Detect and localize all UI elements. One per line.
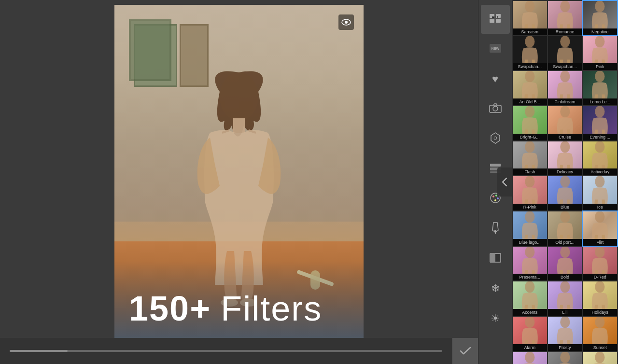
filter-item-pinkdream[interactable]: Pinkdream <box>548 71 582 105</box>
filter-label-dred: D-Red <box>583 274 617 280</box>
filter-label-oldport: Old port... <box>548 239 582 246</box>
filter-item-more2[interactable]: ... <box>548 352 582 364</box>
snowflake-icon: ❄ <box>491 283 500 294</box>
mask-svg-icon <box>490 253 501 263</box>
filter-item-sarcasm[interactable]: Sarcasm <box>513 1 547 35</box>
filter-item-evening[interactable]: Evening ... <box>583 106 617 140</box>
filter-thumb-more1 <box>513 352 547 364</box>
filter-thumb-pinkdream <box>548 71 582 98</box>
filter-item-presentation[interactable]: Presenta... <box>513 247 547 281</box>
svg-point-44 <box>525 211 534 223</box>
svg-point-5 <box>345 21 348 24</box>
filter-item-cruise[interactable]: Cruise <box>548 106 582 140</box>
nav-item-all[interactable]: ALL <box>481 5 510 34</box>
filter-item-flash[interactable]: Flash <box>513 141 547 176</box>
svg-point-49 <box>595 247 605 258</box>
filter-item-bold[interactable]: Bold <box>548 247 582 281</box>
nav-item-mask[interactable] <box>481 244 510 273</box>
filter-item-lili[interactable]: Lili <box>548 281 582 316</box>
svg-text:NEW: NEW <box>491 47 499 50</box>
svg-point-47 <box>525 247 534 258</box>
filter-thumb-holidays <box>583 281 617 309</box>
camera-icon <box>489 103 502 115</box>
nav-item-snowflake[interactable]: ❄ <box>481 274 510 303</box>
filter-label-delicacy: Delicacy <box>548 168 582 175</box>
brush-icon <box>490 222 501 236</box>
filter-item-swapchannel2[interactable]: Swapchan... <box>548 36 582 70</box>
filter-item-blue[interactable]: Blue <box>548 176 582 210</box>
filter-item-flirt[interactable]: Flirt <box>583 211 617 246</box>
filter-label-lomolens: Lomo Le... <box>583 98 617 105</box>
checkmark-icon <box>460 347 471 355</box>
filter-item-oldbeauty[interactable]: An Old B... <box>513 71 547 105</box>
filter-count: 150+ <box>129 289 211 328</box>
filter-thumb-sarcasm <box>513 1 547 28</box>
svg-rect-25 <box>490 253 495 262</box>
filter-label-blue: Blue <box>548 204 582 210</box>
filter-label-oldbeauty: An Old B... <box>513 98 547 105</box>
filter-item-brightgreen[interactable]: Bright-G... <box>513 106 547 140</box>
filter-item-dred[interactable]: D-Red <box>583 247 617 281</box>
filter-item-rpink[interactable]: R-Pink <box>513 176 547 210</box>
svg-point-42 <box>560 176 570 187</box>
collapse-panel-button[interactable] <box>497 168 512 196</box>
filter-item-frosty[interactable]: Frosty <box>548 317 582 351</box>
filter-label-swapchannel1: Swapchan... <box>513 63 547 70</box>
filter-panel: Sarcasm Romance Negative Swapchan... Swa… <box>512 0 618 364</box>
filter-thumb-flash <box>513 141 547 169</box>
nav-item-brush[interactable] <box>481 214 510 243</box>
filter-item-lomolens[interactable]: Lomo Le... <box>583 71 617 105</box>
svg-point-21 <box>495 195 497 196</box>
all-icon: ALL <box>489 14 502 25</box>
filter-item-pink[interactable]: Pink <box>583 36 617 70</box>
sun-icon: ☀ <box>491 313 500 324</box>
filter-thumb-lomolens <box>583 71 617 98</box>
bottom-toolbar <box>0 338 478 364</box>
main-area: 150+ Filters <box>0 0 478 364</box>
filter-item-romance[interactable]: Romance <box>548 1 582 35</box>
filter-thumb-flirt <box>583 211 617 239</box>
filter-label: Filters <box>221 289 322 328</box>
nav-item-crystal[interactable] <box>481 125 510 154</box>
eye-toggle-button[interactable] <box>338 14 354 30</box>
svg-rect-8 <box>490 19 494 23</box>
svg-point-39 <box>560 141 570 153</box>
filter-item-bluelago[interactable]: Blue lago... <box>513 211 547 246</box>
filter-item-sunset[interactable]: Sunset <box>583 317 617 351</box>
confirm-button[interactable] <box>452 338 478 364</box>
filter-item-accents[interactable]: Accents <box>513 281 547 316</box>
filter-label-presentation: Presenta... <box>513 274 547 280</box>
filter-label-alarm: Alarm <box>513 344 547 351</box>
nav-item-favorites[interactable]: ♥ <box>481 65 510 94</box>
filter-item-delicacy[interactable]: Delicacy <box>548 141 582 176</box>
svg-point-29 <box>525 36 534 47</box>
filter-item-alarm[interactable]: Alarm <box>513 317 547 351</box>
filter-thumb-oldbeauty <box>513 71 547 98</box>
filter-thumb-cruise <box>548 106 582 134</box>
filter-label-bold: Bold <box>548 274 582 280</box>
filter-item-more1[interactable]: ... <box>513 352 547 364</box>
chevron-left-icon <box>502 177 507 187</box>
filter-item-holidays[interactable]: Holidays <box>583 281 617 316</box>
filter-item-negative[interactable]: Negative <box>583 1 617 35</box>
svg-rect-1 <box>233 118 245 133</box>
filter-thumb-accents <box>513 281 547 309</box>
svg-point-43 <box>595 176 605 187</box>
svg-point-40 <box>595 141 605 153</box>
filter-item-ice[interactable]: Ice <box>583 176 617 210</box>
svg-point-36 <box>560 106 570 117</box>
intensity-slider[interactable] <box>10 350 442 352</box>
filter-item-activeday[interactable]: Activeday <box>583 141 617 176</box>
nav-item-new[interactable]: NEW <box>481 35 510 64</box>
filter-item-oldport[interactable]: Old port... <box>548 211 582 246</box>
filter-item-more3[interactable]: ... <box>583 352 617 364</box>
svg-point-46 <box>595 211 605 223</box>
nav-item-sun[interactable]: ☀ <box>481 304 510 333</box>
svg-point-15 <box>494 137 497 140</box>
svg-point-30 <box>560 36 570 47</box>
svg-rect-9 <box>496 19 501 23</box>
nav-item-camera[interactable] <box>481 95 510 124</box>
filter-thumb-bold <box>548 247 582 274</box>
mask-icon <box>490 253 501 265</box>
filter-item-swapchannel1[interactable]: Swapchan... <box>513 36 547 70</box>
